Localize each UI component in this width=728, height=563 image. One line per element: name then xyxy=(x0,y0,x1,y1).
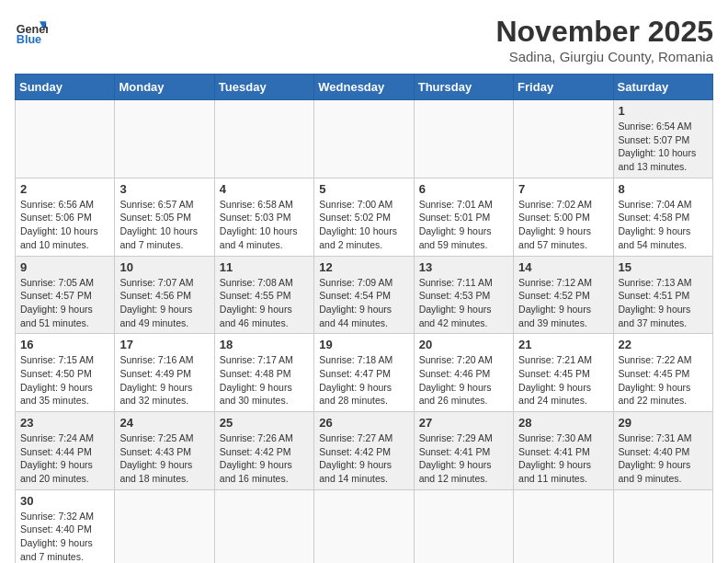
day-number: 17 xyxy=(119,338,209,351)
calendar-day-cell: 17Sunrise: 7:16 AMSunset: 4:49 PMDayligh… xyxy=(115,334,214,412)
day-info: Sunrise: 7:05 AMSunset: 4:57 PMDaylight:… xyxy=(20,276,109,330)
svg-text:Blue: Blue xyxy=(17,33,41,46)
day-info: Sunrise: 7:32 AMSunset: 4:40 PMDaylight:… xyxy=(20,510,109,563)
day-number: 14 xyxy=(518,260,608,274)
day-number: 28 xyxy=(518,416,608,430)
day-number: 25 xyxy=(220,416,309,430)
calendar-day-cell: 2Sunrise: 6:56 AMSunset: 5:06 PMDaylight… xyxy=(16,178,115,256)
calendar-day-cell: 21Sunrise: 7:21 AMSunset: 4:45 PMDayligh… xyxy=(514,334,613,412)
weekday-header-saturday: Saturday xyxy=(613,75,712,100)
day-info: Sunrise: 6:58 AMSunset: 5:03 PMDaylight:… xyxy=(220,198,309,252)
day-info: Sunrise: 7:29 AMSunset: 4:41 PMDaylight:… xyxy=(419,431,508,486)
day-number: 29 xyxy=(619,416,708,430)
day-info: Sunrise: 7:09 AMSunset: 4:54 PMDaylight:… xyxy=(319,276,408,330)
weekday-header-thursday: Thursday xyxy=(414,75,513,100)
calendar-week-row: 16Sunrise: 7:15 AMSunset: 4:50 PMDayligh… xyxy=(16,334,713,412)
day-number: 11 xyxy=(220,260,309,274)
calendar-day-cell: 11Sunrise: 7:08 AMSunset: 4:55 PMDayligh… xyxy=(214,256,313,334)
day-number: 12 xyxy=(319,260,408,274)
calendar-day-cell: 28Sunrise: 7:30 AMSunset: 4:41 PMDayligh… xyxy=(514,412,613,490)
day-number: 8 xyxy=(619,182,708,196)
calendar-day-cell: 9Sunrise: 7:05 AMSunset: 4:57 PMDaylight… xyxy=(16,256,115,334)
day-info: Sunrise: 7:25 AMSunset: 4:43 PMDaylight:… xyxy=(119,431,209,486)
day-number: 24 xyxy=(119,416,209,430)
calendar-week-row: 1Sunrise: 6:54 AMSunset: 5:07 PMDaylight… xyxy=(16,100,713,178)
calendar-day-cell: 5Sunrise: 7:00 AMSunset: 5:02 PMDaylight… xyxy=(314,178,414,256)
calendar-day-cell xyxy=(16,100,115,178)
day-info: Sunrise: 7:24 AMSunset: 4:44 PMDaylight:… xyxy=(20,431,109,486)
weekday-header-row: SundayMondayTuesdayWednesdayThursdayFrid… xyxy=(16,75,713,100)
calendar-day-cell xyxy=(613,489,712,563)
calendar-day-cell: 20Sunrise: 7:20 AMSunset: 4:46 PMDayligh… xyxy=(414,334,513,412)
day-info: Sunrise: 7:11 AMSunset: 4:53 PMDaylight:… xyxy=(419,276,508,330)
day-number: 26 xyxy=(319,416,408,430)
calendar-day-cell: 24Sunrise: 7:25 AMSunset: 4:43 PMDayligh… xyxy=(115,412,214,490)
day-number: 5 xyxy=(319,182,408,196)
calendar-day-cell xyxy=(514,489,613,563)
calendar-day-cell: 23Sunrise: 7:24 AMSunset: 4:44 PMDayligh… xyxy=(16,412,115,490)
day-info: Sunrise: 7:22 AMSunset: 4:45 PMDaylight:… xyxy=(619,353,708,408)
day-info: Sunrise: 6:54 AMSunset: 5:07 PMDaylight:… xyxy=(619,120,708,174)
day-number: 7 xyxy=(518,182,608,196)
calendar-day-cell xyxy=(115,489,214,563)
calendar-week-row: 23Sunrise: 7:24 AMSunset: 4:44 PMDayligh… xyxy=(16,412,713,490)
calendar-day-cell xyxy=(414,489,513,563)
day-number: 1 xyxy=(619,104,708,118)
day-number: 9 xyxy=(20,260,109,274)
day-info: Sunrise: 7:01 AMSunset: 5:01 PMDaylight:… xyxy=(419,198,508,252)
calendar-week-row: 9Sunrise: 7:05 AMSunset: 4:57 PMDaylight… xyxy=(16,256,713,334)
title-block: November 2025 Sadina, Giurgiu County, Ro… xyxy=(495,15,713,64)
calendar-day-cell: 14Sunrise: 7:12 AMSunset: 4:52 PMDayligh… xyxy=(514,256,613,334)
calendar-day-cell: 4Sunrise: 6:58 AMSunset: 5:03 PMDaylight… xyxy=(214,178,313,256)
calendar-day-cell: 7Sunrise: 7:02 AMSunset: 5:00 PMDaylight… xyxy=(514,178,613,256)
logo-icon: General Blue xyxy=(15,15,48,48)
calendar-day-cell xyxy=(314,100,414,178)
calendar-day-cell: 3Sunrise: 6:57 AMSunset: 5:05 PMDaylight… xyxy=(115,178,214,256)
weekday-header-friday: Friday xyxy=(514,75,613,100)
day-info: Sunrise: 7:26 AMSunset: 4:42 PMDaylight:… xyxy=(220,431,309,486)
calendar-day-cell: 16Sunrise: 7:15 AMSunset: 4:50 PMDayligh… xyxy=(16,334,115,412)
calendar-table: SundayMondayTuesdayWednesdayThursdayFrid… xyxy=(15,74,713,563)
day-info: Sunrise: 7:08 AMSunset: 4:55 PMDaylight:… xyxy=(220,276,309,330)
day-number: 27 xyxy=(419,416,508,430)
day-number: 22 xyxy=(619,338,708,351)
day-number: 6 xyxy=(419,182,508,196)
weekday-header-sunday: Sunday xyxy=(16,75,115,100)
calendar-day-cell: 22Sunrise: 7:22 AMSunset: 4:45 PMDayligh… xyxy=(613,334,712,412)
calendar-day-cell xyxy=(314,489,414,563)
day-info: Sunrise: 7:00 AMSunset: 5:02 PMDaylight:… xyxy=(319,198,408,252)
day-info: Sunrise: 7:31 AMSunset: 4:40 PMDaylight:… xyxy=(619,431,708,486)
day-number: 4 xyxy=(220,182,309,196)
day-info: Sunrise: 6:57 AMSunset: 5:05 PMDaylight:… xyxy=(119,198,209,252)
calendar-week-row: 2Sunrise: 6:56 AMSunset: 5:06 PMDaylight… xyxy=(16,178,713,256)
calendar-day-cell xyxy=(115,100,214,178)
calendar-day-cell xyxy=(214,100,313,178)
page-header: General Blue November 2025 Sadina, Giurg… xyxy=(15,15,713,64)
calendar-day-cell: 30Sunrise: 7:32 AMSunset: 4:40 PMDayligh… xyxy=(16,489,115,563)
month-title: November 2025 xyxy=(495,15,713,49)
day-info: Sunrise: 7:18 AMSunset: 4:47 PMDaylight:… xyxy=(319,353,408,408)
day-number: 21 xyxy=(518,338,608,351)
weekday-header-wednesday: Wednesday xyxy=(314,75,414,100)
day-info: Sunrise: 7:17 AMSunset: 4:48 PMDaylight:… xyxy=(220,353,309,408)
calendar-day-cell: 26Sunrise: 7:27 AMSunset: 4:42 PMDayligh… xyxy=(314,412,414,490)
calendar-day-cell: 10Sunrise: 7:07 AMSunset: 4:56 PMDayligh… xyxy=(115,256,214,334)
day-number: 13 xyxy=(419,260,508,274)
calendar-day-cell: 15Sunrise: 7:13 AMSunset: 4:51 PMDayligh… xyxy=(613,256,712,334)
day-info: Sunrise: 7:04 AMSunset: 4:58 PMDaylight:… xyxy=(619,198,708,252)
day-number: 18 xyxy=(220,338,309,351)
day-info: Sunrise: 7:07 AMSunset: 4:56 PMDaylight:… xyxy=(119,276,209,330)
calendar-day-cell: 19Sunrise: 7:18 AMSunset: 4:47 PMDayligh… xyxy=(314,334,414,412)
calendar-day-cell: 1Sunrise: 6:54 AMSunset: 5:07 PMDaylight… xyxy=(613,100,712,178)
calendar-day-cell: 8Sunrise: 7:04 AMSunset: 4:58 PMDaylight… xyxy=(613,178,712,256)
calendar-day-cell xyxy=(214,489,313,563)
weekday-header-monday: Monday xyxy=(115,75,214,100)
day-number: 2 xyxy=(20,182,109,196)
calendar-day-cell: 12Sunrise: 7:09 AMSunset: 4:54 PMDayligh… xyxy=(314,256,414,334)
day-info: Sunrise: 7:27 AMSunset: 4:42 PMDaylight:… xyxy=(319,431,408,486)
day-info: Sunrise: 7:13 AMSunset: 4:51 PMDaylight:… xyxy=(619,276,708,330)
logo: General Blue xyxy=(15,15,48,48)
day-number: 15 xyxy=(619,260,708,274)
day-number: 3 xyxy=(119,182,209,196)
calendar-day-cell: 25Sunrise: 7:26 AMSunset: 4:42 PMDayligh… xyxy=(214,412,313,490)
